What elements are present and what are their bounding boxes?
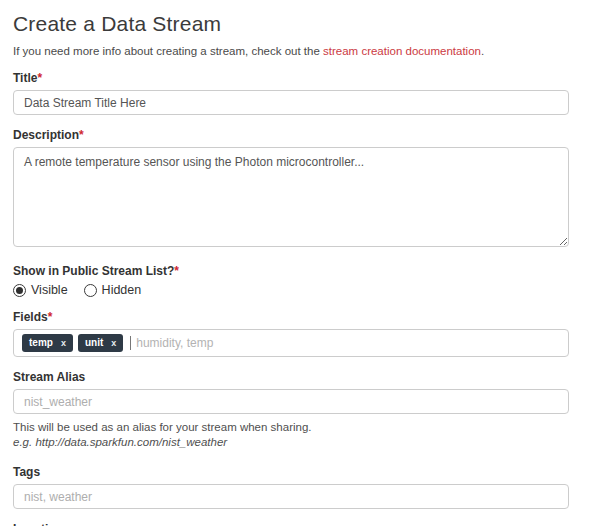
visibility-option-visible[interactable]: Visible xyxy=(13,283,68,297)
fields-tag-input[interactable]: tempx unitx humidity, temp xyxy=(13,329,569,357)
required-asterisk: * xyxy=(48,310,53,324)
field-chip-temp: tempx xyxy=(22,334,73,352)
alias-example-text: e.g. http://data.sparkfun.com/nist_weath… xyxy=(13,436,569,448)
tags-input[interactable] xyxy=(13,484,569,509)
fields-placeholder: humidity, temp xyxy=(136,336,213,350)
remove-chip-icon[interactable]: x xyxy=(61,339,66,348)
page-title: Create a Data Stream xyxy=(13,12,569,36)
radio-visible-label: Visible xyxy=(31,283,68,297)
description-group: Description* A remote temperature sensor… xyxy=(13,128,569,251)
radio-visible-icon[interactable] xyxy=(13,284,26,297)
visibility-option-hidden[interactable]: Hidden xyxy=(84,283,142,297)
location-group: Location xyxy=(13,522,569,526)
visibility-group: Show in Public Stream List?* Visible Hid… xyxy=(13,264,569,297)
title-label: Title* xyxy=(13,71,569,85)
radio-hidden-icon[interactable] xyxy=(84,284,97,297)
tags-label: Tags xyxy=(13,465,569,479)
alias-group: Stream Alias This will be used as an ali… xyxy=(13,370,569,448)
intro-suffix: . xyxy=(481,45,484,57)
location-label: Location xyxy=(13,522,569,526)
tags-group: Tags xyxy=(13,465,569,509)
description-label: Description* xyxy=(13,128,569,142)
required-asterisk: * xyxy=(174,264,179,278)
title-group: Title* xyxy=(13,71,569,115)
field-chip-unit: unitx xyxy=(78,334,123,352)
title-input[interactable] xyxy=(13,90,569,115)
stream-creation-documentation-link[interactable]: stream creation documentation xyxy=(323,45,481,57)
radio-hidden-label: Hidden xyxy=(102,283,142,297)
intro-text: If you need more info about creating a s… xyxy=(13,45,569,57)
create-data-stream-page: Create a Data Stream If you need more in… xyxy=(13,12,569,526)
visibility-label: Show in Public Stream List?* xyxy=(13,264,569,278)
alias-input[interactable] xyxy=(13,389,569,414)
fields-group: Fields* tempx unitx humidity, temp xyxy=(13,310,569,357)
fields-label: Fields* xyxy=(13,310,569,324)
visibility-options: Visible Hidden xyxy=(13,283,569,297)
alias-help-text: This will be used as an alias for your s… xyxy=(13,421,569,433)
text-caret xyxy=(130,336,131,350)
intro-prefix: If you need more info about creating a s… xyxy=(13,45,323,57)
alias-label: Stream Alias xyxy=(13,370,569,384)
remove-chip-icon[interactable]: x xyxy=(111,339,116,348)
required-asterisk: * xyxy=(37,71,42,85)
required-asterisk: * xyxy=(79,128,84,142)
description-textarea[interactable]: A remote temperature sensor using the Ph… xyxy=(13,147,569,247)
